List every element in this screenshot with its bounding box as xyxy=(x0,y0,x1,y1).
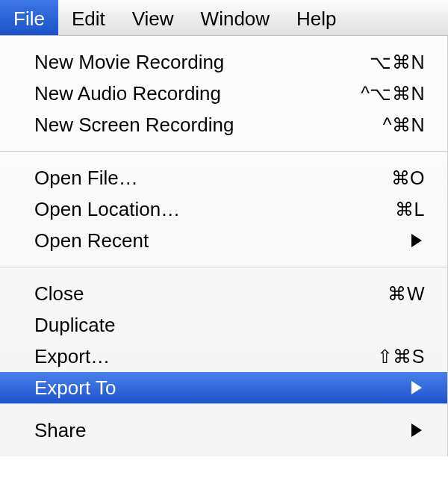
submenu-arrow-icon xyxy=(411,424,422,437)
menubar-help-label: Help xyxy=(296,7,336,30)
submenu-arrow-icon xyxy=(411,234,422,247)
menubar-file-label: File xyxy=(13,7,45,30)
menu-open-file[interactable]: Open File… ⌘O xyxy=(0,162,447,193)
menubar-edit-label: Edit xyxy=(72,7,105,30)
menu-duplicate-label: Duplicate xyxy=(34,311,115,338)
menu-close[interactable]: Close ⌘W xyxy=(0,278,447,309)
menu-export[interactable]: Export… ⇧⌘S xyxy=(0,341,447,372)
menu-new-screen-recording-shortcut: ^⌘N xyxy=(383,111,425,138)
section-close-export: Close ⌘W Duplicate Export… ⇧⌘S Export To xyxy=(0,267,447,403)
menubar-help[interactable]: Help xyxy=(283,0,349,35)
menu-new-audio-recording[interactable]: New Audio Recording ^⌥⌘N xyxy=(0,78,447,109)
menubar-view-label: View xyxy=(132,7,174,30)
section-recording: New Movie Recording ⌥⌘N New Audio Record… xyxy=(0,36,447,151)
menubar-window-label: Window xyxy=(201,7,270,30)
menu-share-label: Share xyxy=(34,417,86,444)
menubar-file[interactable]: File xyxy=(0,0,58,35)
menu-open-location-label: Open Location… xyxy=(34,196,180,223)
menubar-edit[interactable]: Edit xyxy=(58,0,119,35)
menu-export-shortcut: ⇧⌘S xyxy=(377,343,425,370)
menu-open-recent-label: Open Recent xyxy=(34,227,149,254)
menu-new-audio-recording-shortcut: ^⌥⌘N xyxy=(361,80,425,107)
menu-new-audio-recording-label: New Audio Recording xyxy=(34,80,221,107)
submenu-arrow-icon xyxy=(411,381,422,394)
menu-close-shortcut: ⌘W xyxy=(388,280,425,307)
menu-open-location[interactable]: Open Location… ⌘L xyxy=(0,193,447,225)
menu-open-recent[interactable]: Open Recent xyxy=(0,225,447,256)
section-share: Share xyxy=(0,404,447,456)
menubar-window[interactable]: Window xyxy=(187,0,283,35)
menu-close-label: Close xyxy=(34,280,84,307)
menu-export-to-label: Export To xyxy=(34,374,116,401)
file-dropdown: New Movie Recording ⌥⌘N New Audio Record… xyxy=(0,36,448,456)
menu-open-file-label: Open File… xyxy=(34,164,138,191)
menu-new-screen-recording[interactable]: New Screen Recording ^⌘N xyxy=(0,109,447,140)
menu-share[interactable]: Share xyxy=(0,415,447,446)
menu-new-movie-recording-label: New Movie Recording xyxy=(34,49,224,75)
menu-new-movie-recording-shortcut: ⌥⌘N xyxy=(370,49,425,75)
menu-duplicate[interactable]: Duplicate xyxy=(0,309,447,341)
menu-open-location-shortcut: ⌘L xyxy=(395,196,425,223)
section-open: Open File… ⌘O Open Location… ⌘L Open Rec… xyxy=(0,152,447,267)
menu-new-movie-recording[interactable]: New Movie Recording ⌥⌘N xyxy=(0,46,447,78)
menu-new-screen-recording-label: New Screen Recording xyxy=(34,111,234,138)
menu-open-file-shortcut: ⌘O xyxy=(391,164,425,191)
menubar-view[interactable]: View xyxy=(119,0,187,35)
menu-export-to[interactable]: Export To xyxy=(0,372,447,403)
menubar: File Edit View Window Help xyxy=(0,0,448,36)
menu-export-label: Export… xyxy=(34,343,110,370)
